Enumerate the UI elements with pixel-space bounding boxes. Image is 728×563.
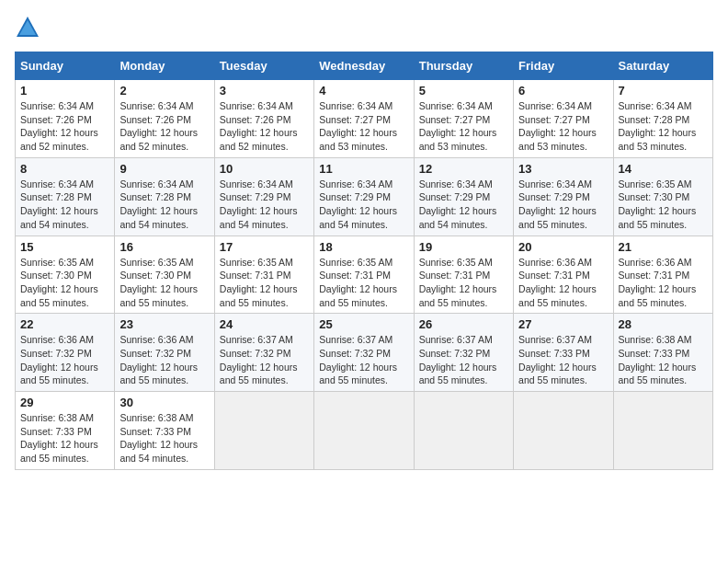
- calendar-cell: 4Sunrise: 6:34 AM Sunset: 7:27 PM Daylig…: [314, 80, 414, 158]
- day-number: 23: [119, 317, 209, 331]
- day-detail: Sunrise: 6:34 AM Sunset: 7:29 PM Dayligh…: [319, 178, 408, 232]
- day-number: 14: [619, 162, 708, 176]
- day-detail: Sunrise: 6:36 AM Sunset: 7:32 PM Dayligh…: [119, 333, 209, 387]
- day-number: 12: [419, 162, 508, 176]
- calendar-cell: 18Sunrise: 6:35 AM Sunset: 7:31 PM Dayli…: [314, 236, 414, 314]
- day-number: 25: [319, 317, 408, 331]
- day-detail: Sunrise: 6:34 AM Sunset: 7:27 PM Dayligh…: [419, 99, 508, 154]
- day-number: 13: [518, 162, 608, 176]
- day-detail: Sunrise: 6:34 AM Sunset: 7:27 PM Dayligh…: [319, 99, 408, 154]
- day-detail: Sunrise: 6:36 AM Sunset: 7:31 PM Dayligh…: [518, 256, 608, 310]
- day-detail: Sunrise: 6:34 AM Sunset: 7:26 PM Dayligh…: [220, 99, 309, 154]
- day-detail: Sunrise: 6:35 AM Sunset: 7:31 PM Dayligh…: [419, 256, 508, 310]
- day-detail: Sunrise: 6:38 AM Sunset: 7:33 PM Dayligh…: [119, 411, 209, 465]
- day-detail: Sunrise: 6:35 AM Sunset: 7:31 PM Dayligh…: [319, 256, 408, 310]
- day-detail: Sunrise: 6:34 AM Sunset: 7:26 PM Dayligh…: [20, 99, 109, 154]
- day-number: 15: [20, 240, 109, 254]
- calendar-cell: 7Sunrise: 6:34 AM Sunset: 7:28 PM Daylig…: [613, 80, 712, 158]
- day-detail: Sunrise: 6:37 AM Sunset: 7:32 PM Dayligh…: [220, 333, 309, 387]
- day-detail: Sunrise: 6:34 AM Sunset: 7:29 PM Dayligh…: [220, 178, 309, 232]
- day-number: 16: [119, 240, 209, 254]
- calendar-cell: 19Sunrise: 6:35 AM Sunset: 7:31 PM Dayli…: [414, 236, 513, 314]
- day-detail: Sunrise: 6:37 AM Sunset: 7:32 PM Dayligh…: [319, 333, 408, 387]
- calendar-cell: [214, 392, 313, 470]
- day-number: 7: [619, 84, 708, 98]
- calendar-cell: 2Sunrise: 6:34 AM Sunset: 7:26 PM Daylig…: [115, 80, 214, 158]
- day-number: 1: [20, 84, 109, 98]
- calendar-cell: 16Sunrise: 6:35 AM Sunset: 7:30 PM Dayli…: [115, 236, 214, 314]
- page-header: [15, 15, 713, 40]
- calendar-cell: 11Sunrise: 6:34 AM Sunset: 7:29 PM Dayli…: [314, 157, 414, 236]
- day-number: 24: [220, 317, 309, 331]
- day-number: 9: [119, 162, 209, 176]
- calendar-cell: 20Sunrise: 6:36 AM Sunset: 7:31 PM Dayli…: [514, 236, 613, 314]
- day-number: 6: [518, 84, 608, 98]
- day-detail: Sunrise: 6:35 AM Sunset: 7:30 PM Dayligh…: [119, 256, 209, 310]
- calendar-cell: [613, 392, 712, 470]
- weekday-header-tuesday: Tuesday: [214, 52, 313, 80]
- day-number: 26: [419, 317, 508, 331]
- calendar-week-1: 1Sunrise: 6:34 AM Sunset: 7:26 PM Daylig…: [16, 80, 713, 158]
- day-number: 18: [319, 240, 408, 254]
- day-number: 21: [619, 240, 708, 254]
- day-detail: Sunrise: 6:35 AM Sunset: 7:31 PM Dayligh…: [220, 256, 309, 310]
- weekday-header-friday: Friday: [514, 52, 613, 80]
- calendar-cell: 10Sunrise: 6:34 AM Sunset: 7:29 PM Dayli…: [214, 157, 313, 236]
- calendar-cell: 1Sunrise: 6:34 AM Sunset: 7:26 PM Daylig…: [16, 80, 115, 158]
- logo: [15, 15, 44, 40]
- calendar-cell: 5Sunrise: 6:34 AM Sunset: 7:27 PM Daylig…: [414, 80, 513, 158]
- weekday-header-saturday: Saturday: [613, 52, 712, 80]
- calendar-cell: 6Sunrise: 6:34 AM Sunset: 7:27 PM Daylig…: [514, 80, 613, 158]
- day-detail: Sunrise: 6:34 AM Sunset: 7:29 PM Dayligh…: [518, 178, 608, 232]
- calendar-cell: 28Sunrise: 6:38 AM Sunset: 7:33 PM Dayli…: [613, 314, 712, 392]
- calendar-cell: 8Sunrise: 6:34 AM Sunset: 7:28 PM Daylig…: [16, 157, 115, 236]
- day-detail: Sunrise: 6:34 AM Sunset: 7:28 PM Dayligh…: [619, 99, 708, 154]
- day-detail: Sunrise: 6:34 AM Sunset: 7:27 PM Dayligh…: [518, 99, 608, 154]
- logo-icon: [15, 15, 40, 40]
- calendar-cell: [514, 392, 613, 470]
- day-number: 29: [20, 396, 109, 409]
- weekday-header-wednesday: Wednesday: [314, 52, 414, 80]
- calendar-header-row: SundayMondayTuesdayWednesdayThursdayFrid…: [16, 52, 713, 80]
- weekday-header-thursday: Thursday: [414, 52, 513, 80]
- calendar-cell: 23Sunrise: 6:36 AM Sunset: 7:32 PM Dayli…: [115, 314, 214, 392]
- day-number: 20: [518, 240, 608, 254]
- day-number: 27: [518, 317, 608, 331]
- day-number: 22: [20, 317, 109, 331]
- day-detail: Sunrise: 6:35 AM Sunset: 7:30 PM Dayligh…: [619, 178, 708, 232]
- calendar-cell: 3Sunrise: 6:34 AM Sunset: 7:26 PM Daylig…: [214, 80, 313, 158]
- calendar-cell: 30Sunrise: 6:38 AM Sunset: 7:33 PM Dayli…: [115, 392, 214, 470]
- day-detail: Sunrise: 6:34 AM Sunset: 7:28 PM Dayligh…: [119, 178, 209, 232]
- calendar-week-4: 22Sunrise: 6:36 AM Sunset: 7:32 PM Dayli…: [16, 314, 713, 392]
- calendar-cell: 9Sunrise: 6:34 AM Sunset: 7:28 PM Daylig…: [115, 157, 214, 236]
- day-number: 5: [419, 84, 508, 98]
- calendar-cell: 22Sunrise: 6:36 AM Sunset: 7:32 PM Dayli…: [16, 314, 115, 392]
- day-number: 28: [619, 317, 708, 331]
- day-number: 19: [419, 240, 508, 254]
- day-number: 3: [220, 84, 309, 98]
- day-detail: Sunrise: 6:36 AM Sunset: 7:32 PM Dayligh…: [20, 333, 109, 387]
- calendar-cell: 15Sunrise: 6:35 AM Sunset: 7:30 PM Dayli…: [16, 236, 115, 314]
- day-number: 4: [319, 84, 408, 98]
- calendar-week-3: 15Sunrise: 6:35 AM Sunset: 7:30 PM Dayli…: [16, 236, 713, 314]
- calendar-cell: 14Sunrise: 6:35 AM Sunset: 7:30 PM Dayli…: [613, 157, 712, 236]
- day-detail: Sunrise: 6:37 AM Sunset: 7:33 PM Dayligh…: [518, 333, 608, 387]
- calendar-week-2: 8Sunrise: 6:34 AM Sunset: 7:28 PM Daylig…: [16, 157, 713, 236]
- calendar-cell: 17Sunrise: 6:35 AM Sunset: 7:31 PM Dayli…: [214, 236, 313, 314]
- calendar-cell: 24Sunrise: 6:37 AM Sunset: 7:32 PM Dayli…: [214, 314, 313, 392]
- weekday-header-monday: Monday: [115, 52, 214, 80]
- day-number: 11: [319, 162, 408, 176]
- day-number: 30: [119, 396, 209, 409]
- day-detail: Sunrise: 6:38 AM Sunset: 7:33 PM Dayligh…: [20, 411, 109, 465]
- calendar-cell: 12Sunrise: 6:34 AM Sunset: 7:29 PM Dayli…: [414, 157, 513, 236]
- calendar-cell: 26Sunrise: 6:37 AM Sunset: 7:32 PM Dayli…: [414, 314, 513, 392]
- day-detail: Sunrise: 6:34 AM Sunset: 7:29 PM Dayligh…: [419, 178, 508, 232]
- calendar-week-5: 29Sunrise: 6:38 AM Sunset: 7:33 PM Dayli…: [16, 392, 713, 470]
- calendar-cell: 27Sunrise: 6:37 AM Sunset: 7:33 PM Dayli…: [514, 314, 613, 392]
- calendar-cell: 13Sunrise: 6:34 AM Sunset: 7:29 PM Dayli…: [514, 157, 613, 236]
- day-detail: Sunrise: 6:35 AM Sunset: 7:30 PM Dayligh…: [20, 256, 109, 310]
- calendar-table: SundayMondayTuesdayWednesdayThursdayFrid…: [15, 52, 713, 470]
- day-detail: Sunrise: 6:34 AM Sunset: 7:28 PM Dayligh…: [20, 178, 109, 232]
- day-number: 10: [220, 162, 309, 176]
- calendar-cell: 21Sunrise: 6:36 AM Sunset: 7:31 PM Dayli…: [613, 236, 712, 314]
